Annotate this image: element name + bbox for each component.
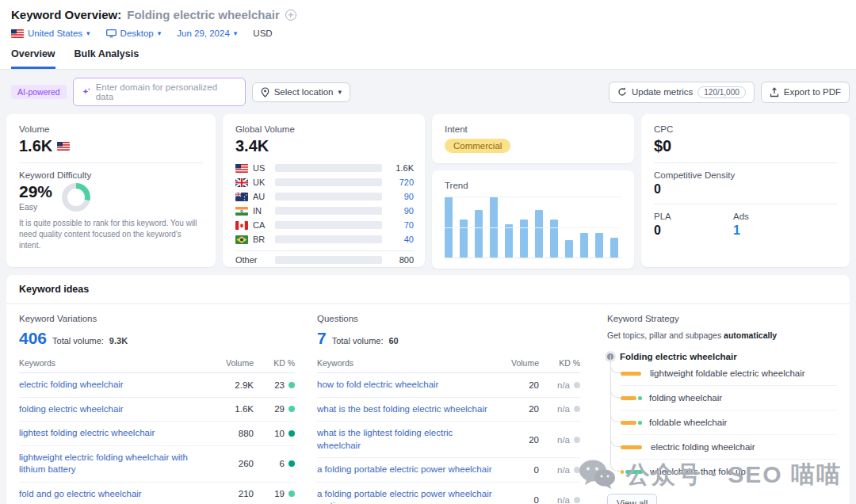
- trend-bar: [550, 220, 558, 258]
- us-flag-icon: [11, 29, 24, 38]
- kd-dot: [574, 467, 580, 473]
- keyword-link[interactable]: how to fold electric wheelchair: [317, 379, 503, 391]
- strategy-subpage[interactable]: wheelchairs that fold up: [621, 460, 837, 483]
- table-row: a folding portable electric power wheelc…: [317, 458, 580, 483]
- add-keyword-icon[interactable]: [285, 10, 296, 21]
- keyword-link[interactable]: a folding portable electric power wheelc…: [317, 464, 503, 476]
- kd-value: 29%: [19, 182, 52, 201]
- domain-input-placeholder: Enter domain for personalized data: [96, 82, 237, 101]
- export-pdf-button[interactable]: Export to PDF: [761, 82, 850, 103]
- keyword-link[interactable]: electric folding wheelchair: [19, 379, 217, 391]
- topic-bar: [621, 396, 642, 400]
- geo-row-in: IN 90: [235, 204, 414, 218]
- chevron-down-icon: ▾: [234, 30, 238, 37]
- table-row: lightest folding electric wheelchair 880…: [19, 422, 295, 446]
- table-row: lightweight electric folding wheelchair …: [19, 446, 295, 483]
- in-flag-icon: [235, 207, 248, 216]
- strategy-root-topic[interactable]: Folding electric wheelchair: [607, 352, 837, 361]
- title-row: Keyword Overview: Folding electric wheel…: [11, 8, 845, 21]
- uk-flag-icon: [235, 178, 248, 187]
- keyword-link[interactable]: fold and go electric wheelchair: [19, 488, 217, 501]
- refresh-icon: [617, 87, 627, 97]
- ads-label: Ads: [733, 212, 812, 221]
- volume-card: Volume 1.6K Keyword Difficulty 29% Easy …: [6, 114, 216, 267]
- keyword-link[interactable]: what is the best folding electric wheelc…: [317, 403, 503, 416]
- kd-level: Easy: [19, 202, 52, 212]
- topic-bar: [621, 470, 643, 474]
- strategy-children: lightweight foldable electric wheelchair…: [610, 361, 837, 483]
- kd-dot: [289, 491, 295, 497]
- chevron-down-icon: ▾: [158, 30, 162, 37]
- view-all-strategy-button[interactable]: View all: [607, 494, 657, 504]
- trend-card: Trend: [432, 170, 634, 269]
- variations-count[interactable]: 406: [19, 329, 47, 348]
- location-pin-icon: [261, 87, 269, 97]
- ads-value[interactable]: 1: [733, 223, 812, 238]
- keyword-link[interactable]: a folding portable electric power wheelc…: [317, 488, 503, 504]
- keyword-link[interactable]: folding electric wheelchair: [19, 403, 217, 416]
- table-row: electric folding wheelchair 2.9K 23: [19, 373, 295, 398]
- strategy-subpage[interactable]: foldable wheelchair: [621, 410, 837, 435]
- tab-bulk-analysis[interactable]: Bulk Analysis: [75, 48, 139, 69]
- table-row: fold and go electric wheelchair 210 19: [19, 483, 295, 504]
- select-location-dropdown[interactable]: Select location ▾: [252, 82, 350, 102]
- table-row: folding electric wheelchair 1.6K 29: [19, 398, 295, 422]
- pla-label: PLA: [654, 212, 733, 221]
- topic-bar: [621, 445, 644, 449]
- divider: [654, 162, 837, 163]
- volume-label: Volume: [19, 124, 203, 134]
- keyword-link[interactable]: what is the lightest folding electric wh…: [317, 427, 503, 452]
- competitive-density-label: Competitive Density: [654, 170, 837, 180]
- ai-powered-badge: AI-powered: [11, 85, 67, 99]
- update-metrics-button[interactable]: Update metrics 120/1,000: [609, 82, 755, 103]
- questions-table-header: Keywords Volume KD %: [317, 358, 580, 373]
- intent-badge[interactable]: Commercial: [445, 139, 510, 153]
- trend-bar-chart: [445, 197, 621, 258]
- page-header: Keyword Overview: Folding electric wheel…: [0, 0, 856, 70]
- strategy-subpage[interactable]: lightweight foldable electric wheelchair: [621, 361, 837, 386]
- device-selector[interactable]: Desktop ▾: [106, 29, 162, 38]
- geo-row-us: US 1.6K: [235, 161, 414, 175]
- keyword-ideas-title: Keyword ideas: [6, 275, 850, 304]
- chevron-down-icon: ▾: [86, 30, 90, 37]
- geo-row-au: AU 90: [235, 189, 414, 204]
- country-selector[interactable]: United States ▾: [11, 29, 90, 38]
- trend-bar: [505, 224, 513, 258]
- chevron-down-icon: ▾: [338, 89, 342, 96]
- kd-dot: [574, 497, 580, 503]
- trend-bar: [610, 238, 618, 258]
- strategy-subtitle: Get topics, pillar and subpages automati…: [607, 330, 837, 340]
- us-flag-icon: [235, 164, 248, 173]
- kd-dot: [289, 382, 295, 388]
- au-flag-icon: [235, 193, 248, 201]
- pla-ads-row: PLA 0 Ads 1: [654, 212, 837, 238]
- intent-card: Intent Commercial: [432, 114, 634, 163]
- export-icon: [770, 87, 779, 97]
- strategy-label: Keyword Strategy: [607, 314, 837, 323]
- domain-input[interactable]: Enter domain for personalized data: [73, 78, 246, 106]
- table-row: what is the lightest folding electric wh…: [317, 422, 580, 458]
- country-label: United States: [28, 29, 82, 38]
- toolbar-left: AI-powered Enter domain for personalized…: [11, 78, 350, 106]
- tab-bar: Overview Bulk Analysis: [0, 48, 856, 70]
- page-title-keyword: Folding electric wheelchair: [127, 8, 280, 21]
- trend-bar: [595, 233, 603, 258]
- date-selector[interactable]: Jun 29, 2024 ▾: [177, 29, 237, 38]
- geo-row-uk: UK 720: [235, 175, 414, 189]
- variations-label: Keyword Variations: [19, 314, 295, 323]
- keyword-ideas-panel: Keyword ideas Keyword Variations 406 Tot…: [6, 275, 850, 504]
- cpc-value: $0: [654, 137, 837, 155]
- tab-overview[interactable]: Overview: [11, 48, 55, 69]
- intent-trend-column: Intent Commercial Trend: [432, 114, 634, 267]
- trend-bar: [565, 240, 573, 258]
- keyword-variations-section: Keyword Variations 406 Total volume: 9.3…: [19, 314, 295, 504]
- questions-count[interactable]: 7: [317, 329, 327, 348]
- keyword-link[interactable]: lightweight electric folding wheelchair …: [19, 452, 217, 476]
- strategy-subpage[interactable]: electric folding wheelchair: [621, 435, 837, 460]
- trend-bar: [580, 233, 588, 258]
- strategy-subpage[interactable]: folding wheelchair: [621, 386, 837, 410]
- device-label: Desktop: [120, 29, 154, 38]
- keyword-link[interactable]: lightest folding electric wheelchair: [19, 427, 217, 440]
- table-row: how to fold electric wheelchair 20 n/a: [317, 373, 580, 398]
- cpc-label: CPC: [654, 124, 837, 134]
